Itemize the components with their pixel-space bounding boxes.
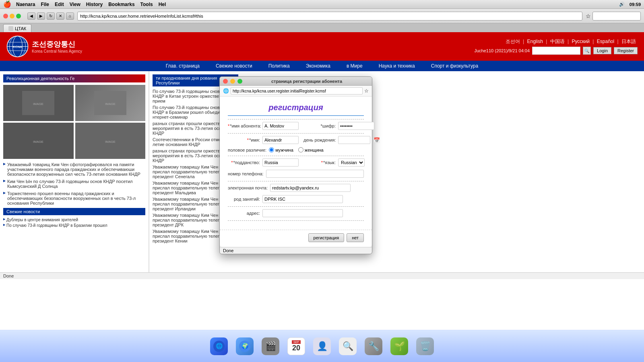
dock-item-app1[interactable]: 🌱 [388,335,411,358]
password-input[interactable] [338,122,374,130]
news-image-3[interactable]: IMAGE [3,123,74,159]
lang-japanese[interactable]: 日本語 [621,39,636,44]
modal-register-button[interactable]: регистрация [308,233,345,242]
back-button[interactable]: ◀ [27,12,35,20]
lang-spanish[interactable]: Español [597,39,614,44]
browser-window: ◀ ▶ ↻ ✕ ⌂ ☆ ЦТАК [0,9,644,362]
svg-text:IMAGE: IMAGE [105,102,116,106]
left-news-item-3[interactable]: Торжественно прошел военны парад граждан… [3,191,145,206]
menu-file[interactable]: File [41,2,49,7]
menu-bookmarks[interactable]: Bookmarks [108,2,134,7]
language-select[interactable]: Russian [338,158,365,167]
home-button[interactable]: ⌂ [66,12,74,20]
nav-home[interactable]: Глав. страница [158,61,208,71]
date-search-row: Juche110 (2021)/9/21 04:04 🔍 Login Regis… [475,47,638,55]
dock-item-trash[interactable]: 🗑️ [414,335,436,358]
site-search-input[interactable] [532,47,580,55]
email-input[interactable] [270,184,351,192]
address-label: адрес: [228,211,260,216]
dock-search-icon: 🔍 [339,337,357,355]
site-search-button[interactable]: 🔍 [583,47,591,55]
nav-world[interactable]: в Мире [339,61,371,71]
occupation-row: род занятий: [228,195,364,203]
news-image-1[interactable]: IMAGE [3,85,74,121]
lang-russian[interactable]: Русский [572,39,590,44]
firstname-input[interactable] [262,136,299,144]
window-minimize-button[interactable] [10,14,14,19]
register-button[interactable]: Register [614,47,638,54]
nav-sports[interactable]: Спорт и физкультура [423,61,486,71]
menu-view[interactable]: View [70,2,80,7]
lang-chinese[interactable]: 中国语 [550,39,565,44]
menu-naenara[interactable]: Naenara [16,2,35,7]
lang-links: 조선어 | English | 中国语 | Русский | Español … [475,38,638,45]
svg-text:KCNA: KCNA [13,45,22,49]
gender-male-radio[interactable] [269,147,274,152]
menu-hel[interactable]: Hel [159,2,166,7]
reload-button[interactable]: ↻ [47,12,55,20]
lang-english[interactable]: English [527,39,543,44]
forward-button[interactable]: ▶ [37,12,45,20]
svg-text:IMAGE: IMAGE [105,140,116,144]
address-bar[interactable] [77,12,582,21]
birthday-input[interactable] [338,136,370,144]
browser-tab[interactable]: ЦТАК [3,24,31,32]
dock-item-calendar[interactable]: SEP 20 [285,335,308,358]
nationality-input[interactable] [262,158,299,167]
menu-edit[interactable]: Edit [55,2,64,7]
window-close-button[interactable] [3,14,8,19]
left-banner: Революционная деятельность Ге [3,74,145,82]
nav-politics[interactable]: Политика [260,61,298,71]
kcna-subtitle: Korea Central News Agency [32,49,82,53]
firstname-label: *имя: [228,138,260,142]
nav-economy[interactable]: Экономика [298,61,339,71]
modal-minimize-button[interactable] [230,79,235,84]
dock-item-video[interactable]: 🎬 [259,335,282,358]
menu-tools[interactable]: Tools [140,2,153,7]
address-row: адрес: [228,209,364,217]
modal-cancel-button[interactable]: нет [347,233,364,242]
gender-male-option[interactable]: мужчина [269,147,293,152]
lang-korean[interactable]: 조선어 [506,39,520,44]
left-news-item-1[interactable]: Уважаемый товарищ Ким Чен сфотографирова… [3,162,145,177]
login-button[interactable]: Login [593,47,611,54]
kcna-navigation: Глав. страница Свежие новости Политика Э… [0,61,644,71]
dock-item-search[interactable]: 🔍 [336,335,359,358]
dock-item-finder[interactable]: 🌐 [208,335,230,358]
gender-female-option[interactable]: женщина [298,147,324,152]
occupation-label: род занятий: [228,197,260,202]
occupation-input[interactable] [262,195,343,203]
password-label: *шифр: [303,123,336,128]
news-image-2[interactable]: IMAGE [75,85,146,121]
address-input[interactable] [262,209,343,217]
left-news-item-2[interactable]: Ким Чен Ын по случаю 73-й годовщины осно… [3,179,145,189]
modal-sep-4 [228,181,364,181]
dock-browser-icon: 🌍 [236,337,254,355]
phone-input[interactable] [266,170,364,178]
modal-window[interactable]: страница регистрации абонента 🌐 ☆ регист… [219,76,372,254]
fresh-news-item-2[interactable]: По случаю 73-й годовщины КНДР в Бразилии… [3,223,145,228]
news-image-4[interactable]: IMAGE [75,123,146,159]
modal-maximize-button[interactable] [237,79,242,84]
dock-item-contacts[interactable]: 👤 [311,335,333,358]
gender-male-label: мужчина [275,148,293,152]
nav-science[interactable]: Наука и техника [371,61,423,71]
menu-history[interactable]: History [86,2,103,7]
window-maximize-button[interactable] [16,14,21,19]
stop-button[interactable]: ✕ [56,12,64,20]
dock-item-browser[interactable]: 🌍 [233,335,256,358]
username-input[interactable] [262,122,299,130]
bookmark-star[interactable]: ☆ [586,13,591,19]
dock-item-tools[interactable]: 🔧 [362,335,385,358]
modal-bookmark-star[interactable]: ☆ [364,88,369,94]
volume-icon[interactable]: 🔊 [619,2,625,7]
modal-close-button[interactable] [223,79,228,84]
search-bar[interactable] [592,12,641,21]
gender-female-radio[interactable] [298,147,303,152]
apple-menu[interactable]: 🍎 [3,0,11,8]
username-row: *имя абонента: *шифр: [228,122,364,130]
modal-url-bar[interactable] [231,87,363,95]
calendar-icon[interactable]: 📅 [374,137,380,143]
fresh-news-item-1[interactable]: Дублеры в центре внимания зрителей [3,218,145,222]
nav-fresh-news[interactable]: Свежие новости [208,61,260,71]
